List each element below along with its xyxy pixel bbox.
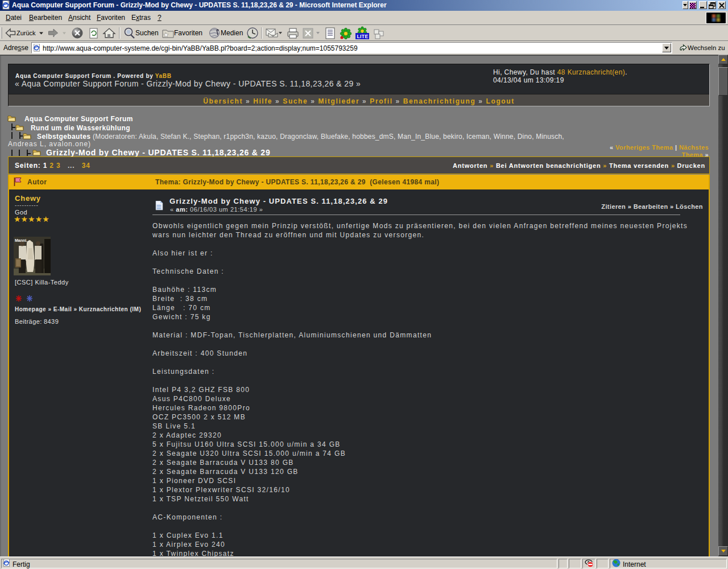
svg-text:Medien: Medien xyxy=(221,29,243,37)
svg-text:Zurück: Zurück xyxy=(16,30,36,36)
svg-text:Manni...: Manni... xyxy=(15,238,30,242)
svg-text:Favoriten: Favoriten xyxy=(174,29,202,37)
svg-text:LITE: LITE xyxy=(357,34,369,39)
svg-text:Suchen: Suchen xyxy=(135,29,159,37)
